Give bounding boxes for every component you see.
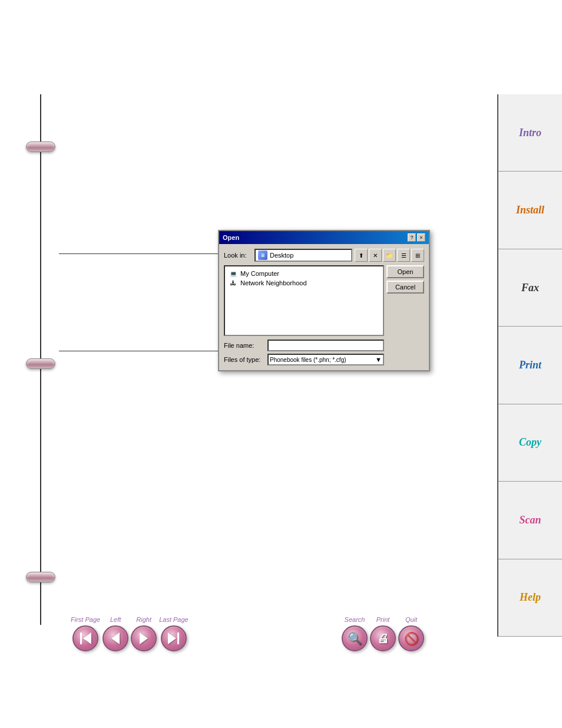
nav-first-page[interactable]: First Page [71,616,100,651]
sidebar-tab-intro[interactable]: Intro [498,94,562,172]
filetype-dropdown-arrow: ▼ [375,356,382,363]
lookin-combo[interactable]: 🖥 Desktop [254,249,352,262]
right-arrow-icon [140,633,148,644]
first-page-icon [80,633,91,644]
first-page-label: First Page [71,616,100,623]
nav-quit[interactable]: Quit 🚫 [398,616,424,651]
file-item-name: My Computer [240,270,279,277]
filetype-combo[interactable]: Phonebook files (*.phn; *.cfg) ▼ [267,354,384,365]
dialog-left-col: 💻 My Computer 🖧 Network Neighborhood Fil… [224,265,384,365]
file-list-item[interactable]: 💻 My Computer [227,269,381,278]
filename-input[interactable] [267,340,384,351]
dialog-title: Open [223,234,239,241]
dialog-body: Look in: 🖥 Desktop ⬆ ✕ 📁 ☰ ⊞ 💻 My Com [219,244,429,370]
pointer-line-2 [59,351,218,351]
file-item-name: Network Neighborhood [240,279,307,286]
network-icon: 🖧 [229,279,238,287]
left-label: Left [110,616,121,623]
sidebar-tab-help[interactable]: Help [498,559,562,637]
filetype-row: Files of type: Phonebook files (*.phn; *… [224,354,384,365]
pointer-line-1 [59,253,218,254]
lookin-toolbar: ⬆ ✕ 📁 ☰ ⊞ [355,249,424,262]
right-sidebar: Intro Install Fax Print Copy Scan Help [497,94,562,637]
toolbar-btn-details[interactable]: ⊞ [411,249,424,262]
quit-icon: 🚫 [404,631,419,645]
ring-middle [26,358,55,369]
search-label: Search [345,616,365,623]
dialog-right-col: Open Cancel [386,265,424,365]
last-page-label: Last Page [159,616,189,623]
sidebar-tab-fax[interactable]: Fax [498,249,562,327]
filetype-label: Files of type: [224,356,265,363]
ring-top [26,141,55,152]
left-button[interactable] [103,625,128,651]
computer-icon: 💻 [229,269,238,278]
right-button[interactable] [131,625,157,651]
quit-label: Quit [405,616,417,623]
ring-bottom [26,572,55,582]
desktop-icon: 🖥 [258,251,267,260]
toolbar-btn-up[interactable]: ⬆ [355,249,368,262]
file-list-item[interactable]: 🖧 Network Neighborhood [227,278,381,288]
open-dialog: Open ? × Look in: 🖥 Desktop ⬆ ✕ 📁 ☰ ⊞ [218,230,430,371]
sidebar-tab-copy[interactable]: Copy [498,404,562,482]
file-list[interactable]: 💻 My Computer 🖧 Network Neighborhood [224,265,384,336]
cancel-button[interactable]: Cancel [386,281,424,294]
quit-button[interactable]: 🚫 [398,625,424,651]
dialog-controls: ? × [408,233,425,242]
sidebar-tab-scan[interactable]: Scan [498,482,562,559]
open-button[interactable]: Open [386,265,424,278]
toolbar-btn-newfolder[interactable]: 📁 [383,249,396,262]
left-arrow-icon [111,633,120,644]
nav-last-page[interactable]: Last Page [159,616,189,651]
dialog-main-area: 💻 My Computer 🖧 Network Neighborhood Fil… [224,265,424,365]
print-icon: 🖨 [377,632,389,645]
lookin-value: Desktop [270,252,293,259]
last-page-icon [168,633,179,644]
dialog-titlebar: Open ? × [219,231,429,244]
nav-right[interactable]: Right [131,616,157,651]
lookin-label: Look in: [224,252,252,259]
print-button[interactable]: 🖨 [370,625,396,651]
toolbar-btn-delete[interactable]: ✕ [369,249,382,262]
filename-label: File name: [224,342,265,349]
lookin-row: Look in: 🖥 Desktop ⬆ ✕ 📁 ☰ ⊞ [224,249,424,262]
dialog-help-btn[interactable]: ? [408,233,416,242]
pointer-annotation-1 [59,253,218,254]
print-label: Print [376,616,390,623]
filetype-value: Phonebook files (*.phn; *.cfg) [270,357,346,363]
bottom-nav: First Page Left Right Last Page [0,610,497,657]
first-page-button[interactable] [72,625,98,651]
dialog-close-btn[interactable]: × [417,233,425,242]
last-page-button[interactable] [161,625,187,651]
nav-left[interactable]: Left [103,616,128,651]
filename-row: File name: [224,340,384,351]
search-button[interactable]: 🔍 [342,625,368,651]
nav-search[interactable]: Search 🔍 [342,616,368,651]
pointer-annotation-2 [59,351,218,351]
nav-print[interactable]: Print 🖨 [370,616,396,651]
toolbar-btn-list[interactable]: ☰ [397,249,410,262]
right-label: Right [136,616,151,623]
search-icon: 🔍 [348,631,362,645]
sidebar-tab-print[interactable]: Print [498,327,562,404]
sidebar-tab-install[interactable]: Install [498,172,562,249]
